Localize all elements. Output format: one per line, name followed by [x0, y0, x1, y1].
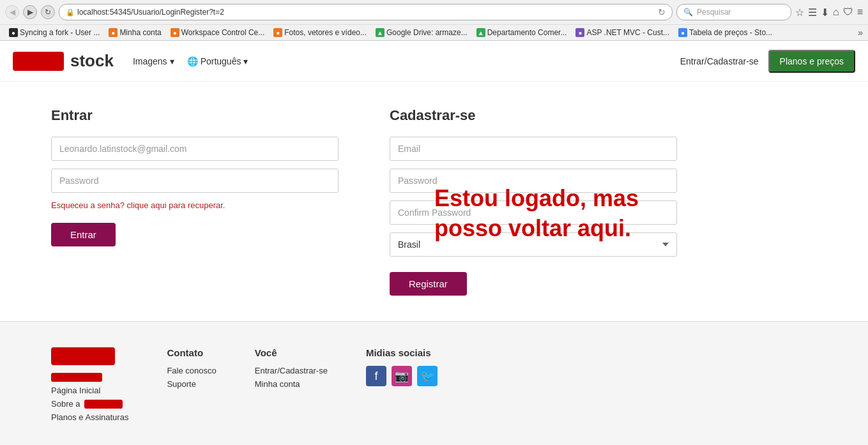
- login-password-input[interactable]: [51, 169, 339, 193]
- bookmark-asp[interactable]: ● ASP .NET MVC - Cust...: [572, 27, 673, 38]
- shield-icon[interactable]: 🛡: [843, 6, 853, 18]
- browser-toolbar: ◀ ▶ ↻ 🔒 localhost:54345/Usuario/LoginReg…: [0, 0, 868, 24]
- bookmark-label: Departamento Comer...: [487, 28, 567, 37]
- register-password-input[interactable]: [390, 169, 677, 193]
- reading-icon[interactable]: ☰: [808, 6, 817, 19]
- footer-link-fale-conosco[interactable]: Fale conosco: [167, 366, 216, 375]
- green-favicon: ▲: [376, 28, 385, 37]
- bookmark-minha-conta[interactable]: ● Minha conta: [105, 27, 165, 38]
- globe-icon: 🌐: [187, 56, 198, 66]
- login-section: Entrar Esqueceu a senha? clique aqui par…: [51, 107, 339, 296]
- bookmark-tabela[interactable]: ● Tabela de preços - Sto...: [674, 27, 776, 38]
- register-section: Cadastrar-se Brasil Registrar: [390, 107, 677, 296]
- logo-stock-text: stock: [70, 51, 114, 70]
- search-bar[interactable]: 🔍 Pesquisar: [676, 4, 791, 20]
- bookmark-drive[interactable]: ▲ Google Drive: armaze...: [372, 27, 471, 38]
- green-favicon2: ▲: [476, 28, 485, 37]
- address-text: localhost:54345/Usuario/LoginRegister?t=…: [77, 8, 224, 17]
- social-icons: f 📷 🐦: [366, 366, 438, 386]
- login-email-input[interactable]: [51, 137, 339, 161]
- orange-favicon2: ●: [171, 28, 179, 37]
- register-email-input[interactable]: [390, 137, 677, 161]
- footer-link-minha-conta[interactable]: Minha conta: [255, 379, 328, 389]
- footer-logo-redacted: [51, 347, 115, 365]
- footer-contato-title: Contato: [167, 347, 216, 358]
- menu-icon[interactable]: ≡: [857, 6, 863, 18]
- forgot-password-link[interactable]: Esqueceu a senha? clique aqui para recup…: [51, 200, 339, 210]
- footer-col-brand: Página Inicial Sobre a Planos e Assinatu…: [51, 347, 128, 426]
- blue-favicon: ●: [678, 28, 687, 37]
- reload-button[interactable]: ↻: [41, 5, 55, 19]
- star-icon[interactable]: ☆: [795, 6, 804, 19]
- bookmark-label: Tabela de preços - Sto...: [689, 28, 772, 37]
- footer-link-suporte[interactable]: Suporte: [167, 379, 216, 389]
- footer-voce-title: Você: [255, 347, 328, 358]
- chevron-down-icon2: ▾: [243, 56, 248, 66]
- search-icon: 🔍: [683, 8, 693, 17]
- logo-area: stock: [13, 51, 114, 71]
- footer-link-entrar[interactable]: Entrar/Cadastrar-se: [255, 366, 328, 375]
- nav-language[interactable]: 🌐 Português ▾: [187, 56, 248, 66]
- logo-redacted: [13, 52, 64, 71]
- nav-imagens[interactable]: Imagens ▾: [133, 56, 174, 66]
- chevron-down-icon: ▾: [170, 56, 174, 66]
- nav-planos-button[interactable]: Planos e preços: [768, 50, 855, 73]
- footer-col-voce: Você Entrar/Cadastrar-se Minha conta: [255, 347, 328, 426]
- nav-right: Entrar/Cadastrar-se Planos e preços: [680, 50, 855, 73]
- bookmarks-more-btn[interactable]: »: [858, 27, 863, 38]
- home-icon[interactable]: ⌂: [833, 6, 839, 18]
- register-confirm-password-input[interactable]: [390, 200, 677, 225]
- bookmark-label: Syncing a fork - User ...: [20, 28, 100, 37]
- footer: Página Inicial Sobre a Planos e Assinatu…: [0, 321, 868, 445]
- footer-social-title: Midias sociais: [366, 347, 438, 358]
- orange-favicon: ●: [109, 28, 118, 37]
- search-placeholder: Pesquisar: [697, 8, 731, 17]
- back-button[interactable]: ◀: [5, 5, 19, 19]
- nav-entrar-link[interactable]: Entrar/Cadastrar-se: [680, 56, 759, 66]
- register-title: Cadastrar-se: [390, 107, 677, 124]
- bookmark-label: Minha conta: [119, 28, 161, 37]
- bookmark-label: Workspace Control Ce...: [181, 28, 265, 37]
- page: stock Imagens ▾ 🌐 Português ▾ Entrar/Cad…: [0, 41, 868, 445]
- footer-col-social: Midias sociais f 📷 🐦: [366, 347, 438, 426]
- forward-button[interactable]: ▶: [23, 5, 37, 19]
- bookmarks-bar: ● Syncing a fork - User ... ● Minha cont…: [0, 24, 868, 40]
- browser-icons: ☆ ☰ ⬇ ⌂ 🛡 ≡: [795, 6, 863, 19]
- footer-link-planos[interactable]: Planos e Assinaturas: [51, 412, 128, 422]
- bookmark-github[interactable]: ● Syncing a fork - User ...: [5, 27, 103, 38]
- footer-col-contato: Contato Fale conosco Suporte: [167, 347, 216, 426]
- footer-link-sobre[interactable]: Sobre a: [51, 399, 80, 409]
- download-icon[interactable]: ⬇: [821, 6, 829, 19]
- login-title: Entrar: [51, 107, 339, 124]
- nav-links: Imagens ▾ 🌐 Português ▾: [133, 56, 248, 66]
- main-area: Entrar Esqueceu a senha? clique aqui par…: [0, 82, 868, 321]
- about-redacted: [84, 400, 123, 409]
- nav-imagens-label: Imagens: [133, 56, 167, 66]
- twitter-icon[interactable]: 🐦: [417, 366, 438, 386]
- github-favicon: ●: [9, 28, 18, 37]
- facebook-icon[interactable]: f: [366, 366, 386, 386]
- bookmark-label: Fotos, vetores e vídeo...: [284, 28, 367, 37]
- bookmark-fotos[interactable]: ● Fotos, vetores e vídeo...: [270, 27, 370, 38]
- nav-language-label: Português: [201, 56, 241, 66]
- top-navigation: stock Imagens ▾ 🌐 Português ▾ Entrar/Cad…: [0, 41, 868, 82]
- purple-favicon: ●: [575, 28, 584, 37]
- browser-chrome: ◀ ▶ ↻ 🔒 localhost:54345/Usuario/LoginReg…: [0, 0, 868, 41]
- register-country-select[interactable]: Brasil: [390, 232, 677, 257]
- bookmark-label: ASP .NET MVC - Cust...: [586, 28, 669, 37]
- address-bar[interactable]: 🔒 localhost:54345/Usuario/LoginRegister?…: [59, 4, 673, 20]
- footer-link-pagina-inicial[interactable]: Página Inicial: [51, 386, 128, 395]
- instagram-icon[interactable]: 📷: [392, 366, 412, 386]
- login-submit-button[interactable]: Entrar: [51, 223, 116, 246]
- main-content: Entrar Esqueceu a senha? clique aqui par…: [0, 82, 868, 321]
- logo-text: stock: [70, 51, 114, 71]
- footer-brand-redacted: [51, 373, 102, 382]
- orange-favicon3: ●: [273, 28, 282, 37]
- register-submit-button[interactable]: Registrar: [390, 272, 467, 296]
- bookmark-workspace[interactable]: ● Workspace Control Ce...: [167, 27, 269, 38]
- bookmark-depto[interactable]: ▲ Departamento Comer...: [473, 27, 571, 38]
- bookmark-label: Google Drive: armaze...: [386, 28, 468, 37]
